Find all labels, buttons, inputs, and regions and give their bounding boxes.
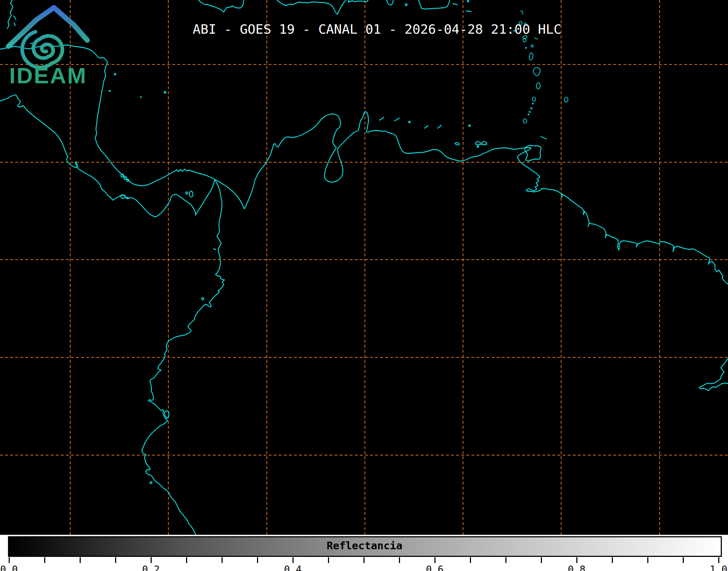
satellite-product-view: ABI - GOES 19 - CANAL 01 - 2026-04-28 21…: [0, 0, 728, 571]
colorbar-tick: [293, 557, 294, 563]
colorbar-tick: [151, 557, 152, 563]
colorbar-tick: [222, 557, 223, 563]
colorbar-tick: [363, 557, 365, 563]
colorbar-tick: [505, 557, 506, 563]
island-grenada: [523, 119, 527, 123]
colorbar-tick: [80, 557, 81, 563]
island-st-lucia: [536, 83, 540, 89]
islet: [114, 74, 116, 75]
colorbar-tick: [434, 557, 435, 563]
colorbar-tick: [718, 557, 719, 563]
island-pearl: [189, 191, 193, 197]
islet: [150, 482, 152, 484]
colorbar-tick: [9, 557, 10, 563]
islet: [467, 0, 469, 2]
colorbar-tick: [576, 557, 577, 563]
island-dash: [535, 38, 538, 39]
island-margarita: [475, 141, 487, 145]
islet: [469, 125, 470, 126]
map-canvas: ABI - GOES 19 - CANAL 01 - 2026-04-28 21…: [0, 0, 728, 535]
colorbar-tick: [612, 557, 613, 563]
coastline-jamaica: [199, 0, 244, 12]
colorbar-tick-label: 0.2: [142, 564, 160, 571]
map-title: ABI - GOES 19 - CANAL 01 - 2026-04-28 21…: [193, 22, 561, 37]
island-marie-galante: [531, 45, 533, 47]
colorbar-tick: [470, 557, 471, 563]
colorbar-tick-label: 0.6: [426, 564, 444, 571]
islet: [405, 4, 407, 6]
colorbar-tick: [44, 557, 45, 563]
colorbar-tick: [399, 557, 400, 563]
island-puna: [165, 411, 169, 418]
colorbar-tick-label: 0.4: [284, 564, 302, 571]
colorbar-footer: Reflectancia 0.00.20.40.60.81.0: [0, 535, 728, 571]
logo-hurricane-spiral: [22, 32, 62, 67]
island-aruba: [425, 126, 428, 128]
islet: [202, 298, 204, 300]
colorbar-tick: [541, 557, 542, 563]
coastline-puertorico-west: [386, 0, 393, 5]
islet: [409, 121, 410, 123]
island-vieques: [453, 4, 457, 5]
islet: [533, 103, 534, 104]
logo-text: IDEAM: [9, 63, 87, 88]
island-dash: [214, 249, 216, 249]
islet: [477, 146, 479, 147]
island-stcroix: [466, 11, 471, 12]
island-san-andres: [164, 92, 166, 93]
colorbar-tick: [257, 557, 258, 563]
island-providencia: [140, 96, 142, 98]
colorbar-tick: [115, 557, 116, 563]
islet: [529, 112, 530, 113]
coastline-hispaniola-east: [348, 0, 368, 2]
colorbar-tick: [647, 557, 648, 563]
island-dash: [395, 118, 399, 121]
colorbar-tick: [186, 557, 187, 563]
coastline-pacific: [0, 95, 224, 535]
island-curacao: [438, 125, 441, 128]
coastline-right-edge: [699, 358, 728, 391]
coastline-caribbean-mainland: [0, 45, 728, 284]
island-tobago: [541, 137, 546, 139]
logo-mountain: [8, 8, 87, 46]
island-st-vincent: [533, 97, 535, 101]
colorbar-label: Reflectancia: [327, 539, 403, 552]
island-dash: [379, 117, 384, 120]
island-anguilla-arc: [521, 11, 523, 14]
colorbar-tick-label: 0.8: [568, 564, 586, 571]
colorbar-tick: [328, 557, 329, 563]
island-dominica: [529, 53, 534, 60]
coastline-puertorico-south: [418, 0, 450, 9]
colorbar-tick-label: 0.0: [0, 564, 18, 571]
islet: [526, 47, 527, 49]
island-barbados: [564, 97, 568, 102]
islet: [528, 114, 529, 115]
island-martinique: [533, 67, 540, 76]
islet: [531, 108, 532, 109]
colorbar-tick: [683, 557, 684, 563]
island-pearl: [186, 192, 188, 194]
island-bonaire: [455, 142, 459, 146]
coastline-layer: [0, 0, 728, 535]
coastline-hispaniola: [277, 0, 346, 14]
ideam-logo: IDEAM: [0, 0, 98, 91]
colorbar-tick-label: 1.0: [710, 564, 728, 571]
islet: [109, 91, 110, 92]
